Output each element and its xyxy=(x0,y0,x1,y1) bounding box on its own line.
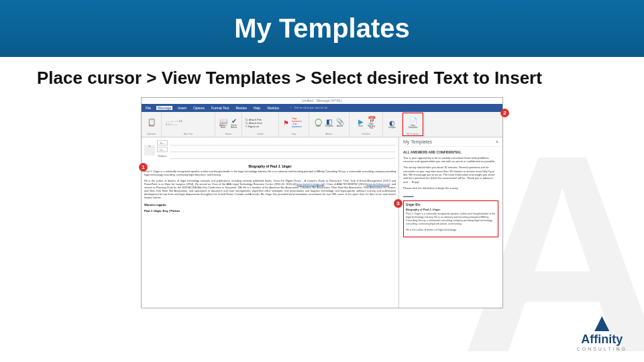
my-templates-pane: My Templates × ALL ANSWERS ARE CONFIDENT… xyxy=(398,137,502,308)
tags-group-label: Tags xyxy=(282,133,306,135)
clipboard-group-label: Clipboard xyxy=(144,133,158,135)
pane-title: My Templates xyxy=(403,139,432,144)
check-names-button[interactable]: ✔Check Names xyxy=(229,117,239,129)
address-book-label: Address Book xyxy=(219,125,228,129)
ribbon-group-findtime: ▶Start 📅New Meeting Poll FindTime xyxy=(350,112,383,137)
tab-help[interactable]: Help xyxy=(252,106,262,110)
pane-p3: Please click the link below to begin the… xyxy=(403,186,498,190)
high-imp-label: High Importance xyxy=(292,117,302,123)
open-button[interactable]: ◯Open xyxy=(314,118,323,127)
ribbon-group-basic-text: ──── ▾ ── ▾ A A B I U ▾ ≡ ≡ ≡ Basic Text xyxy=(162,112,215,137)
cc-button[interactable]: Cc... xyxy=(157,147,168,152)
high-importance-button[interactable]: ! High Importance xyxy=(292,117,306,123)
tell-me-search[interactable]: ♀ Tell me what you want to do xyxy=(288,106,329,109)
attach-button[interactable]: 📎Attach xyxy=(335,118,345,127)
tell-me-label: Tell me what you want to do xyxy=(293,106,329,109)
tab-review[interactable]: Review xyxy=(234,106,248,110)
check-names-icon: ✔ xyxy=(229,117,239,125)
include-group-label: Include xyxy=(245,133,276,135)
pane-heading: ALL ANSWERS ARE CONFIDENTIAL xyxy=(403,150,498,154)
outlook-tab-strip: File Message Insert Options Format Text … xyxy=(142,104,502,112)
flag-icon: ⚑ xyxy=(282,119,290,127)
insights-button[interactable]: ◐Insights xyxy=(388,119,397,129)
to-button[interactable]: To... xyxy=(157,140,168,145)
cc-field[interactable] xyxy=(170,147,396,152)
p2-text-b: ), Chair of ABA TECHSHOW (2011)( xyxy=(324,183,367,186)
pane-p2: The survey should take you about 10 minu… xyxy=(403,166,498,184)
compose-sign-2: Paul J. Unger, Esq. | Partner xyxy=(144,209,396,213)
outlook-body: ▷ To... Cc... Subject 1 Biography of Pau… xyxy=(142,137,502,308)
addins-group-label: Add-ins xyxy=(312,133,346,135)
ribbon-group-my-templates: 📄View Templates My Templates xyxy=(402,112,425,137)
subject-label: Subject xyxy=(157,154,168,159)
pane-survey-link[interactable]: _______ xyxy=(403,193,414,196)
tab-message[interactable]: Message xyxy=(156,106,172,110)
outlook-ribbon: 📋Paste Clipboard ──── ▾ ── ▾ A A B I U ▾… xyxy=(142,112,502,137)
tab-options[interactable]: Options xyxy=(192,106,206,110)
ribbon-group-include: 📎 Attach File 📎 Attach Item ✎ Signature … xyxy=(242,112,279,137)
ribbon-group-tags: ⚑ ! High Importance ↓ Low Importance Tag… xyxy=(279,112,309,137)
address-book-button[interactable]: 📖Address Book xyxy=(219,117,228,129)
callout-2: 2 xyxy=(500,109,509,117)
to-field[interactable] xyxy=(170,140,396,145)
logo-mark-icon: ▲ xyxy=(577,312,627,333)
tab-file[interactable]: File xyxy=(144,106,152,110)
compare-button[interactable]: ◧Compare xyxy=(325,118,334,127)
ribbon-group-insights: ◐Insights xyxy=(383,112,402,137)
address-book-icon: 📖 xyxy=(219,117,228,125)
compose-doc-title: Biography of Paul J. Unger xyxy=(144,164,396,168)
template-card-title: Unger Bio xyxy=(406,203,496,206)
findtime-group-label: FindTime xyxy=(352,133,380,135)
subject-field[interactable] xyxy=(170,154,396,159)
signature-label: Signature xyxy=(248,125,259,128)
slide-title: My Templates xyxy=(234,13,410,44)
new-poll-label: New Meeting Poll xyxy=(367,123,376,129)
insights-label: Insights xyxy=(388,127,397,129)
outlook-window-title: Untitled - Message (HTML) xyxy=(142,98,502,104)
compare-label: Compare xyxy=(325,125,334,127)
new-poll-button[interactable]: 📅New Meeting Poll xyxy=(367,116,376,129)
slide-title-bar: My Templates xyxy=(0,0,644,57)
highlight-view-templates xyxy=(402,113,423,136)
template-card-more: He is the author of dozens of legal tech… xyxy=(406,229,496,232)
template-card-body: Paul J. Unger is a nationally recognized… xyxy=(406,213,496,226)
slide-instruction: Place cursor > View Templates > Select d… xyxy=(0,57,644,89)
compose-area: ▷ To... Cc... Subject 1 Biography of Pau… xyxy=(142,137,398,308)
signature-button[interactable]: ✎ Signature xyxy=(245,125,259,128)
paste-label: Paste xyxy=(147,125,156,127)
pane-p1: This is your opportunity to let an outsi… xyxy=(403,156,498,164)
link-techshow[interactable]: www.techshow.com xyxy=(367,183,389,186)
compose-paragraph-1[interactable]: Paul J. Unger is a nationally recognized… xyxy=(144,170,396,177)
start-label: Start xyxy=(356,125,366,127)
low-importance-button[interactable]: ↓ Low Importance xyxy=(292,123,306,128)
follow-up-button[interactable]: ⚑ xyxy=(282,119,290,127)
compose-paragraph-2[interactable]: He is the author of dozens of legal tech… xyxy=(144,180,396,200)
logo-sub: CONSULTING xyxy=(577,347,627,351)
affinity-logo: ▲ Affinity CONSULTING xyxy=(577,312,627,351)
ribbon-group-names: 📖Address Book ✔Check Names Names xyxy=(215,112,242,137)
link-lawtechnology[interactable]: www.lawtechnology.org/ xyxy=(297,183,324,186)
callout-3: 3 xyxy=(394,199,402,208)
start-button[interactable]: ▶Start xyxy=(356,118,366,127)
template-card-subtitle: Biography of Paul J. Unger xyxy=(406,208,496,211)
ribbon-group-clipboard: 📋Paste Clipboard xyxy=(142,112,162,137)
open-label: Open xyxy=(314,125,323,127)
template-card-unger-bio[interactable]: Unger Bio Biography of Paul J. Unger Pau… xyxy=(403,200,498,237)
tab-insert[interactable]: Insert xyxy=(176,106,188,110)
ribbon-group-addins: ◯Open ◧Compare 📎Attach Add-ins xyxy=(309,112,350,137)
basic-text-group-label: Basic Text xyxy=(164,133,212,135)
low-imp-label: Low Importance xyxy=(292,123,302,128)
names-group-label: Names xyxy=(218,133,239,135)
attach-label: Attach xyxy=(335,125,345,127)
callout-1: 1 xyxy=(139,163,148,172)
check-names-label: Check Names xyxy=(229,125,239,129)
tab-format-text[interactable]: Format Text xyxy=(210,106,230,110)
tab-worldox[interactable]: Worldox xyxy=(266,106,280,110)
compose-sign-1: Warmest regards, xyxy=(144,203,396,206)
logo-word: Affinity xyxy=(577,333,627,347)
outlook-screenshot: Untitled - Message (HTML) File Message I… xyxy=(141,97,503,308)
paste-button[interactable]: 📋Paste xyxy=(147,118,156,127)
send-button[interactable]: ▷ xyxy=(144,145,155,156)
pane-close-button[interactable]: × xyxy=(496,139,498,144)
